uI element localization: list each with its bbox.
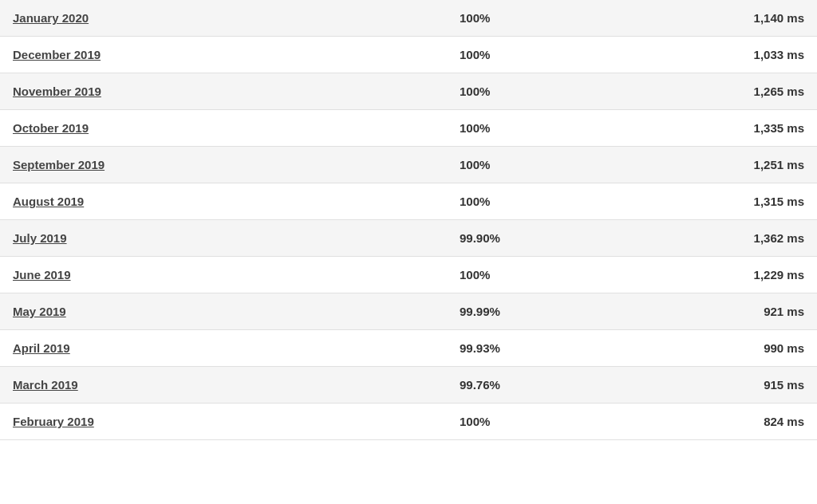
response-time-cell: 1,033 ms (635, 48, 804, 61)
month-cell: October 2019 (13, 121, 460, 135)
uptime-cell: 99.90% (460, 231, 635, 245)
uptime-cell: 100% (460, 268, 635, 282)
uptime-cell: 99.93% (460, 341, 635, 355)
uptime-cell: 99.76% (460, 378, 635, 392)
month-link[interactable]: September 2019 (13, 158, 105, 171)
response-time-cell: 1,140 ms (635, 11, 804, 25)
uptime-cell: 100% (460, 158, 635, 171)
month-link[interactable]: August 2019 (13, 195, 84, 208)
response-time-cell: 1,315 ms (635, 195, 804, 208)
month-link[interactable]: May 2019 (13, 305, 66, 318)
uptime-cell: 99.99% (460, 305, 635, 318)
table-row: August 2019100%1,315 ms (0, 183, 817, 220)
uptime-cell: 100% (460, 195, 635, 208)
month-link[interactable]: January 2020 (13, 11, 89, 25)
response-time-cell: 1,362 ms (635, 231, 804, 245)
table-row: May 201999.99%921 ms (0, 293, 817, 330)
month-link[interactable]: October 2019 (13, 121, 89, 135)
month-cell: July 2019 (13, 231, 460, 245)
response-time-cell: 1,335 ms (635, 121, 804, 135)
uptime-table: January 2020100%1,140 msDecember 2019100… (0, 0, 817, 504)
response-time-cell: 1,265 ms (635, 85, 804, 98)
response-time-cell: 990 ms (635, 341, 804, 355)
month-link[interactable]: July 2019 (13, 231, 67, 245)
uptime-cell: 100% (460, 121, 635, 135)
uptime-cell: 100% (460, 11, 635, 25)
month-link[interactable]: April 2019 (13, 341, 70, 355)
month-link[interactable]: December 2019 (13, 48, 101, 61)
table-row: June 2019100%1,229 ms (0, 257, 817, 293)
month-cell: November 2019 (13, 85, 460, 98)
uptime-cell: 100% (460, 85, 635, 98)
month-link[interactable]: November 2019 (13, 85, 101, 98)
month-cell: June 2019 (13, 268, 460, 282)
month-link[interactable]: March 2019 (13, 378, 78, 392)
uptime-cell: 100% (460, 48, 635, 61)
response-time-cell: 915 ms (635, 378, 804, 392)
month-link[interactable]: February 2019 (13, 415, 94, 428)
table-row: January 2020100%1,140 ms (0, 0, 817, 37)
month-cell: August 2019 (13, 195, 460, 208)
table-row: November 2019100%1,265 ms (0, 73, 817, 110)
table-row: October 2019100%1,335 ms (0, 110, 817, 147)
month-cell: February 2019 (13, 415, 460, 428)
response-time-cell: 1,229 ms (635, 268, 804, 282)
uptime-cell: 100% (460, 415, 635, 428)
table-row: December 2019100%1,033 ms (0, 37, 817, 73)
table-row: February 2019100%824 ms (0, 404, 817, 440)
month-cell: May 2019 (13, 305, 460, 318)
response-time-cell: 824 ms (635, 415, 804, 428)
table-row: April 201999.93%990 ms (0, 330, 817, 367)
table-row: September 2019100%1,251 ms (0, 147, 817, 183)
month-cell: January 2020 (13, 11, 460, 25)
response-time-cell: 1,251 ms (635, 158, 804, 171)
month-cell: April 2019 (13, 341, 460, 355)
response-time-cell: 921 ms (635, 305, 804, 318)
month-cell: March 2019 (13, 378, 460, 392)
month-cell: September 2019 (13, 158, 460, 171)
table-row: July 201999.90%1,362 ms (0, 220, 817, 257)
month-link[interactable]: June 2019 (13, 268, 71, 282)
table-row: March 201999.76%915 ms (0, 367, 817, 404)
month-cell: December 2019 (13, 48, 460, 61)
